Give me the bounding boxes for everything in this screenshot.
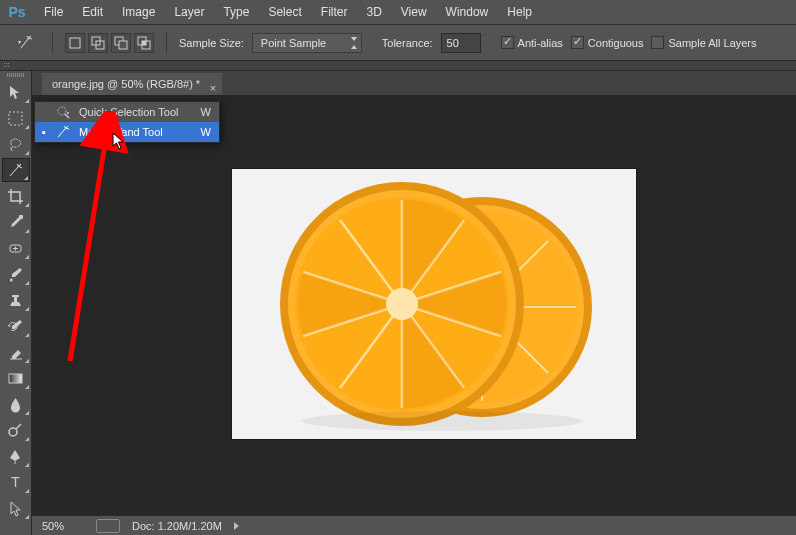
selection-intersect-icon[interactable]: [134, 33, 154, 53]
svg-point-43: [386, 288, 418, 320]
divider: [166, 32, 167, 54]
magic-wand-icon: [55, 124, 71, 140]
tool-healing-brush[interactable]: [2, 236, 30, 260]
selection-subtract-icon[interactable]: [111, 33, 131, 53]
status-bar: 50% Doc: 1.20M/1.20M: [32, 515, 796, 535]
menu-bar: Ps File Edit Image Layer Type Select Fil…: [0, 0, 796, 25]
flyout-item-shortcut: W: [186, 126, 210, 138]
flyout-item-quick-selection[interactable]: Quick Selection Tool W: [35, 102, 219, 122]
flyout-item-magic-wand[interactable]: ▪ Magic Wand Tool W: [35, 122, 219, 142]
svg-rect-14: [9, 374, 22, 383]
zoom-value[interactable]: 50%: [36, 520, 84, 532]
svg-text:T: T: [11, 474, 20, 490]
tool-eraser[interactable]: [2, 340, 30, 364]
selection-mode-group: [65, 33, 154, 53]
status-indicator-icon: [96, 519, 120, 533]
tool-path-selection[interactable]: [2, 496, 30, 520]
image-canvas: [232, 169, 636, 439]
tool-marquee[interactable]: [2, 106, 30, 130]
checkbox-icon: [651, 36, 664, 49]
tolerance-label: Tolerance:: [382, 37, 433, 49]
tools-grip[interactable]: [0, 71, 31, 79]
svg-point-44: [302, 411, 582, 431]
menu-edit[interactable]: Edit: [73, 2, 112, 22]
selected-bullet: ▪: [41, 126, 47, 138]
document-size-info: Doc: 1.20M/1.20M: [132, 520, 222, 532]
tool-type[interactable]: T: [2, 470, 30, 494]
menu-view[interactable]: View: [392, 2, 436, 22]
checkbox-icon: [571, 36, 584, 49]
tool-brush[interactable]: [2, 262, 30, 286]
contiguous-label: Contiguous: [588, 37, 644, 49]
sample-all-layers-label: Sample All Layers: [668, 37, 756, 49]
menu-select[interactable]: Select: [259, 2, 310, 22]
sample-size-dropdown[interactable]: Point Sample: [252, 33, 362, 53]
panel-toggle-strip[interactable]: [0, 61, 796, 71]
tool-clone-stamp[interactable]: [2, 288, 30, 312]
menu-type[interactable]: Type: [214, 2, 258, 22]
tolerance-input[interactable]: 50: [441, 33, 481, 53]
svg-rect-11: [19, 215, 23, 219]
tool-history-brush[interactable]: [2, 314, 30, 338]
tool-crop[interactable]: [2, 184, 30, 208]
flyout-item-label: Quick Selection Tool: [79, 106, 178, 118]
menu-file[interactable]: File: [35, 2, 72, 22]
menu-window[interactable]: Window: [437, 2, 498, 22]
menu-image[interactable]: Image: [113, 2, 164, 22]
menu-filter[interactable]: Filter: [312, 2, 357, 22]
divider: [52, 32, 53, 54]
canvas-viewport[interactable]: [32, 95, 796, 515]
tool-move[interactable]: [2, 80, 30, 104]
tool-gradient[interactable]: [2, 366, 30, 390]
menu-3d[interactable]: 3D: [357, 2, 390, 22]
svg-rect-8: [142, 41, 146, 45]
svg-point-45: [58, 107, 66, 115]
sample-size-label: Sample Size:: [179, 37, 244, 49]
svg-rect-1: [70, 38, 80, 48]
document-tab-title: orange.jpg @ 50% (RGB/8#) *: [52, 73, 200, 95]
menu-layer[interactable]: Layer: [165, 2, 213, 22]
contiguous-checkbox[interactable]: Contiguous: [571, 36, 644, 49]
selection-add-icon[interactable]: [88, 33, 108, 53]
svg-point-15: [9, 428, 17, 436]
tools-panel: T: [0, 71, 32, 535]
tool-lasso[interactable]: [2, 132, 30, 156]
menu-help[interactable]: Help: [498, 2, 541, 22]
selection-new-icon[interactable]: [65, 33, 85, 53]
tool-flyout-menu: Quick Selection Tool W ▪ Magic Wand Tool…: [34, 101, 220, 143]
tool-blur[interactable]: [2, 392, 30, 416]
current-tool-indicator[interactable]: [12, 31, 40, 55]
options-bar: Sample Size: Point Sample Tolerance: 50 …: [0, 25, 796, 61]
tool-magic-wand[interactable]: [2, 158, 30, 182]
app-logo: Ps: [6, 2, 28, 22]
document-tab-bar: orange.jpg @ 50% (RGB/8#) * ×: [32, 71, 796, 95]
flyout-item-shortcut: W: [186, 106, 210, 118]
quick-selection-icon: [55, 104, 71, 120]
sample-all-layers-checkbox[interactable]: Sample All Layers: [651, 36, 756, 49]
tool-dodge[interactable]: [2, 418, 30, 442]
svg-rect-9: [9, 112, 22, 125]
checkbox-icon: [501, 36, 514, 49]
anti-alias-label: Anti-alias: [518, 37, 563, 49]
anti-alias-checkbox[interactable]: Anti-alias: [501, 36, 563, 49]
tool-eyedropper[interactable]: [2, 210, 30, 234]
document-tab[interactable]: orange.jpg @ 50% (RGB/8#) * ×: [42, 73, 222, 95]
status-flyout-icon[interactable]: [234, 522, 239, 530]
svg-rect-5: [119, 41, 127, 49]
flyout-item-label: Magic Wand Tool: [79, 126, 163, 138]
tool-pen[interactable]: [2, 444, 30, 468]
